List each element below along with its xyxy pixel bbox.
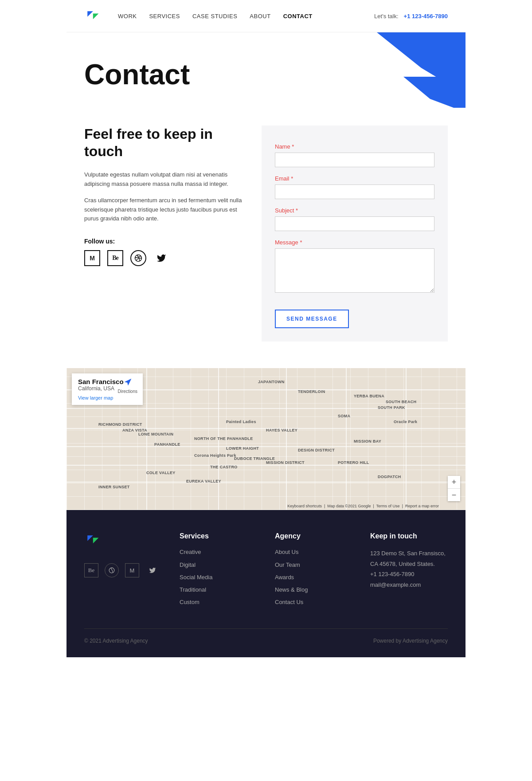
footer: Be M Services Creative Digital (66, 510, 466, 657)
footer-top: Be M Services Creative Digital (84, 532, 448, 611)
map-label: LONE MOUNTAIN (138, 432, 173, 436)
zoom-out-button[interactable]: − (448, 489, 460, 501)
nav-links: WORK SERVICES CASE STUDIES ABOUT CONTACT (118, 13, 374, 20)
footer-services-title: Services (180, 532, 257, 540)
map-label: LOWER HAIGHT (226, 446, 259, 451)
footer-agency-title: Agency (275, 532, 352, 540)
map-label: NORTH OF THE PANHANDLE (194, 436, 253, 441)
map-label: ANZA VISTA (122, 428, 147, 432)
contact-form-container: Name * Email * Subject * Message * SEND … (262, 126, 448, 341)
footer-dribbble-icon[interactable] (105, 563, 119, 577)
zoom-in-button[interactable]: + (448, 476, 460, 488)
behance-icon[interactable]: Be (107, 250, 123, 266)
map-label: TENDERLOIN (298, 389, 325, 394)
map-label: DUBOCE TRIANGLE (234, 456, 275, 461)
map-label: EUREKA VALLEY (186, 479, 221, 483)
map-label: COLE VALLEY (146, 471, 176, 475)
footer-services-col: Services Creative Digital Social Media T… (180, 532, 257, 611)
footer-twitter-icon[interactable] (145, 563, 160, 577)
svg-marker-5 (124, 379, 131, 386)
follow-label: Follow us: (84, 238, 244, 245)
footer-address: 123 Demo St, San Fransisco, CA 45678, Un… (370, 548, 448, 590)
footer-creative-link[interactable]: Creative (180, 548, 257, 556)
map-label: SOUTH BEACH (386, 400, 416, 404)
message-label: Message * (275, 239, 434, 246)
map-info-box: San Francisco California, USA View large… (72, 373, 143, 405)
footer-social-icons: Be M (84, 563, 162, 577)
map-label: MISSION BAY (354, 439, 381, 443)
svg-marker-7 (93, 538, 99, 544)
subject-input[interactable] (275, 216, 434, 231)
name-label: Name * (275, 143, 434, 150)
map-label: Painted Ladies (226, 420, 256, 424)
contact-heading: Feel free to keep in touch (84, 126, 244, 160)
footer-agency-col: Agency About Us Our Team Awards News & B… (275, 532, 352, 611)
contact-left: Feel free to keep in touch Vulputate ege… (84, 126, 244, 341)
subject-label: Subject * (275, 207, 434, 214)
map-label: MISSION DISTRICT (266, 460, 305, 465)
footer-about-us-link[interactable]: About Us (275, 548, 352, 556)
logo[interactable] (84, 8, 100, 24)
map-label: DESIGN DISTRICT (298, 448, 335, 452)
medium-icon[interactable]: M (84, 250, 100, 266)
nav-services[interactable]: SERVICES (149, 13, 180, 20)
map-section: JAPANTOWNTENDERLOINYERBA BUENASOUTH BEAC… (66, 368, 466, 510)
svg-point-8 (109, 568, 114, 573)
page-title: Contact (84, 59, 448, 90)
map-label: PANHANDLE (154, 442, 180, 447)
svg-marker-0 (87, 11, 93, 17)
map-label: HAYES VALLEY (266, 428, 297, 432)
social-icons: M Be (84, 250, 244, 266)
message-input[interactable] (275, 248, 434, 293)
nav-contact[interactable]: CONTACT (283, 13, 313, 20)
navbar: WORK SERVICES CASE STUDIES ABOUT CONTACT… (66, 0, 466, 32)
footer-keep-in-touch-title: Keep in touch (370, 532, 448, 540)
nav-about[interactable]: ABOUT (250, 13, 270, 20)
email-input[interactable] (275, 184, 434, 199)
twitter-icon[interactable] (153, 250, 169, 266)
message-field-group: Message * (275, 239, 434, 294)
name-field-group: Name * (275, 143, 434, 167)
email-field-group: Email * (275, 175, 434, 199)
map-label: JAPANTOWN (258, 380, 285, 384)
footer-awards-link[interactable]: Awards (275, 573, 352, 581)
map-label: YERBA BUENA (354, 394, 384, 398)
footer-our-team-link[interactable]: Our Team (275, 561, 352, 569)
map-label: Corona Heights Park (194, 453, 236, 458)
phone-link[interactable]: +1 123-456-7890 (404, 13, 448, 20)
nav-right: Let's talk: +1 123-456-7890 (374, 13, 448, 20)
view-larger-map-link[interactable]: View larger map (78, 395, 137, 400)
contact-para-2: Cras ullamcorper fermentum arcu in sed f… (84, 196, 244, 224)
map-label: Oracle Park (394, 420, 417, 424)
svg-marker-1 (93, 14, 99, 20)
map-label: POTRERO HILL (338, 460, 369, 465)
subject-field-group: Subject * (275, 207, 434, 231)
footer-behance-icon[interactable]: Be (84, 563, 98, 577)
footer-news-blog-link[interactable]: News & Blog (275, 586, 352, 594)
footer-bottom: © 2021 Advertising Agency Powered by Adv… (84, 628, 448, 644)
map-label: THE CASTRO (210, 465, 238, 469)
map-label: DOGPATCH (378, 475, 401, 479)
footer-digital-link[interactable]: Digital (180, 561, 257, 569)
directions-label[interactable]: Directions (118, 389, 137, 394)
send-button[interactable]: SEND MESSAGE (275, 310, 349, 328)
nav-work[interactable]: WORK (118, 13, 137, 20)
map-label: INNER SUNSET (98, 485, 130, 489)
map-label: SOUTH PARK (378, 405, 405, 410)
footer-social-media-link[interactable]: Social Media (180, 573, 257, 581)
footer-traditional-link[interactable]: Traditional (180, 586, 257, 594)
name-input[interactable] (275, 153, 434, 167)
powered-by-text: Powered by Advertising Agency (373, 638, 448, 644)
map-label: SOMA (338, 414, 350, 418)
map-label: RICHMOND DISTRICT (98, 422, 142, 427)
footer-contact-us-link[interactable]: Contact Us (275, 598, 352, 606)
email-label: Email * (275, 175, 434, 182)
nav-case-studies[interactable]: CASE STUDIES (192, 13, 237, 20)
footer-logo (84, 532, 162, 550)
footer-logo-col: Be M (84, 532, 162, 611)
footer-medium-icon[interactable]: M (125, 563, 139, 577)
svg-marker-6 (87, 536, 93, 542)
dribbble-icon[interactable] (130, 250, 146, 266)
lets-talk-label: Let's talk: (374, 13, 399, 20)
footer-custom-link[interactable]: Custom (180, 598, 257, 606)
